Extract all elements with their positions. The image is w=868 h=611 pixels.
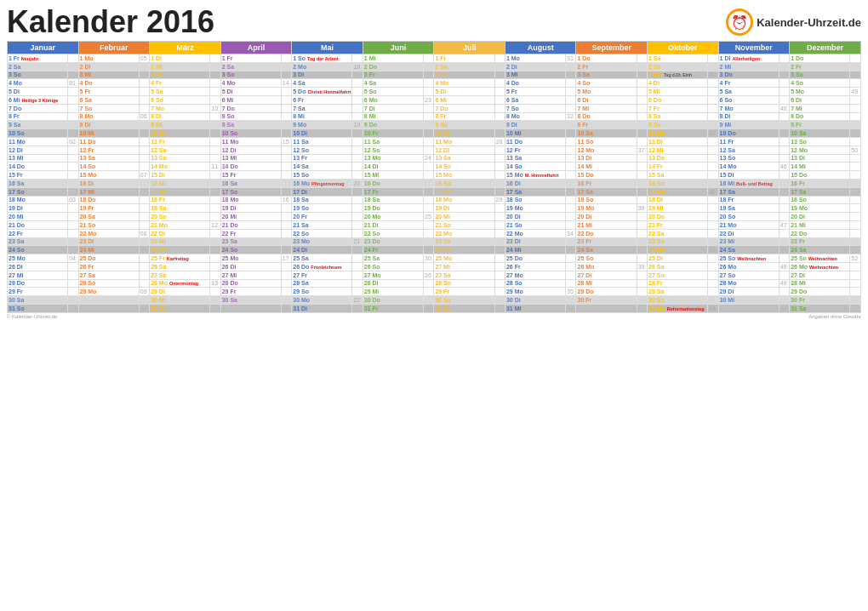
- table-row: 14 Do 14 So 14 Mo11 14 Do 14 Sa 14 Di 14…: [8, 163, 861, 171]
- month-jul: Juli: [434, 42, 505, 54]
- table-row: 21 Do 21 So 21 Mo12 21 Do 21 Sa 21 Di 21…: [8, 220, 861, 229]
- table-row: 23 Sa 23 Di 23 Mi 23 Sa 23 Mo21 23 Do 23…: [8, 237, 861, 246]
- table-row: 25 Mo04 25 Do 25 Fr Karfreitag 25 Mo17 2…: [8, 254, 861, 263]
- table-row: 2 Sa 2 Di 2 Mi 2 Sa 2 Mo18 2 Do 2 Sa 2 D…: [8, 62, 861, 71]
- header-row: Januar Februar März April Mai Juni Juli …: [8, 42, 861, 54]
- month-feb: Februar: [78, 42, 150, 54]
- month-mar: März: [150, 42, 221, 54]
- table-row: 29 Fr 29 Mo09 29 Di 29 Fr 29 So 29 Mi 29…: [8, 288, 861, 296]
- month-dec: Dezember: [790, 42, 861, 54]
- table-row: 12 Di 12 Fr 12 Sa 12 Di 12 So 12 So 12 D…: [8, 146, 861, 154]
- table-row: 13 Mi 13 Sa 13 So 13 Mi 13 Fr 13 Mo24 13…: [8, 154, 861, 163]
- logo-text: Kalender-Uhrzeit.de: [757, 16, 861, 29]
- table-row: 10 So 10 Mi 10 Do 10 So 10 Di 10 Fr 10 S…: [8, 129, 861, 138]
- month-nov: November: [718, 42, 790, 54]
- table-row: 26 Di 26 Fr 26 Sa 26 Di 26 Do Fronleichn…: [8, 262, 861, 271]
- table-row: 5 Di 5 Fr 5 Sa 5 Di 5 Do Christi Himmelf…: [8, 88, 861, 96]
- table-row: 18 Mo03 18 Do 18 Fr 18 Mo16 18 Sa 18 Sa …: [8, 196, 861, 204]
- table-row: 31 So 31 Do 31 Di 31 Fr 31 So 31 Mi 31 M…: [8, 304, 861, 312]
- month-sep: September: [576, 42, 648, 54]
- month-oct: Oktober: [648, 42, 719, 54]
- month-jan: Januar: [8, 42, 79, 54]
- footer-right: Angaben ohne Gewähr: [808, 314, 861, 319]
- table-row: 19 Di 19 Fr 19 Sa 19 Di 19 So 19 Do 19 D…: [8, 204, 861, 213]
- footer: © Kalender-Uhrzeit.de Angaben ohne Gewäh…: [7, 314, 861, 319]
- table-row: 20 Mi 20 Sa 20 So 20 Mi 20 Fr 20 Mo25 20…: [8, 213, 861, 221]
- table-row: 4 Mo01 4 Do 4 Fr 4 Mo14 4 Sa 4 Sa 4 Mo 4…: [8, 79, 861, 88]
- month-aug: August: [505, 42, 576, 54]
- table-row: 9 Sa 9 Di 9 Mi 9 Sa 9 Mo19 9 Do 9 Sa 9 D…: [8, 121, 861, 129]
- logo-icon: ⏰: [726, 9, 753, 36]
- table-row: 6 Mi Heilige 3 Könige 6 Sa 6 So 6 Mi 6 F…: [8, 95, 861, 104]
- month-may: Mai: [292, 42, 363, 54]
- table-row: 7 Do 7 So 7 Mo10 7 Do 7 Sa 7 Di 7 Do 7 S…: [8, 104, 861, 112]
- month-apr: April: [220, 42, 292, 54]
- table-row: 22 Fr 22 Mo08 22 Di 22 Fr 22 So 22 So 22…: [8, 229, 861, 237]
- table-row: 30 Sa 30 Mi 30 Sa 30 Mo22 30 Do 30 Sa 30…: [8, 296, 861, 305]
- header: Kalender 2016 ⏰ Kalender-Uhrzeit.de: [7, 7, 861, 37]
- page-title: Kalender 2016: [7, 7, 214, 37]
- table-row: 28 Do 28 So 28 Mo Ostermontag13 28 Do 28…: [8, 279, 861, 288]
- footer-left: © Kalender-Uhrzeit.de: [7, 314, 57, 319]
- table-row: 27 Mi 27 Sa 27 So 27 Mi 27 Fr 27 Mo26 27…: [8, 271, 861, 279]
- page: Kalender 2016 ⏰ Kalender-Uhrzeit.de: [0, 0, 868, 611]
- table-row: 1 Fr Neujahr 1 Mo05 1 Di 1 Fr 1 So Tag d…: [8, 54, 861, 63]
- table-row: 3 So 3 Mi 3 Do 3 So 3 Di 3 Fr 3 So 3 Mi …: [8, 71, 861, 79]
- calendar-table: Januar Februar März April Mai Juni Juli …: [7, 41, 861, 313]
- logo: ⏰ Kalender-Uhrzeit.de: [726, 9, 861, 36]
- table-row: 24 So 24 Mi 24 Do 24 So 24 Di 24 Fr 24 S…: [8, 246, 861, 254]
- table-row: 16 Sa 16 Di 16 Mi 16 Sa 16 Mo Pfingstmon…: [8, 179, 861, 187]
- table-row: 8 Fr 8 Mo06 8 Di 8 So 8 Mi 8 Mi 8 Fr 8 M…: [8, 112, 861, 121]
- table-row: 17 So 17 Mi 17 Do 17 So 17 Di 17 Fr 17 S…: [8, 187, 861, 196]
- table-row: 15 Fr 15 Mo07 15 Di 15 Fr 15 So 15 Mi 15…: [8, 171, 861, 180]
- table-row: 11 Mo02 11 Do 11 Fr 11 Mo15 11 Sa 11 Sa …: [8, 137, 861, 146]
- month-jun: Juni: [363, 42, 434, 54]
